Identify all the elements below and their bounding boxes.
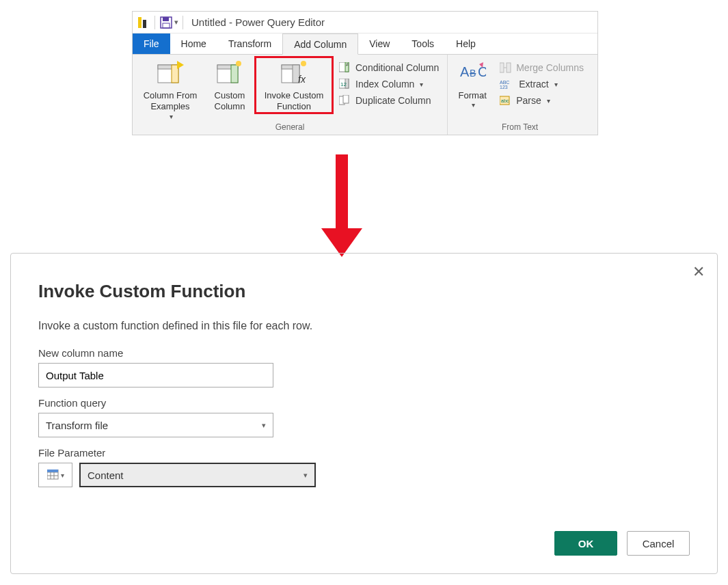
ribbon-window: ▾ Untitled - Power Query Editor File Hom… [132, 11, 598, 135]
quick-access-dropdown-icon[interactable]: ▾ [174, 18, 178, 27]
chevron-down-icon: ▾ [262, 421, 266, 430]
tab-transform[interactable]: Transform [217, 33, 282, 54]
duplicate-column-icon [339, 95, 351, 106]
svg-marker-8 [177, 61, 184, 69]
select-value: Content [87, 470, 124, 481]
svg-point-17 [301, 61, 306, 66]
ribbon-tabs: File Home Transform Add Column View Tool… [133, 33, 597, 54]
svg-text:abc: abc [501, 98, 509, 103]
tab-add-column[interactable]: Add Column [282, 33, 358, 55]
chevron-down-icon: ▾ [554, 81, 558, 88]
svg-point-12 [236, 61, 241, 66]
dialog-description: Invoke a custom function defined in this… [38, 320, 690, 332]
tab-tools[interactable]: Tools [401, 33, 445, 54]
invoke-custom-function-dialog: ✕ Invoke Custom Function Invoke a custom… [10, 253, 718, 574]
window-title: Untitled - Power Query Editor [187, 16, 325, 28]
chevron-down-icon: ▾ [170, 113, 173, 122]
button-label: Column From Examples [144, 90, 198, 113]
function-query-select[interactable]: Transform file ▾ [38, 413, 273, 437]
column-from-examples-button[interactable]: Column From Examples ▾ [137, 57, 204, 121]
cancel-button[interactable]: Cancel [627, 531, 690, 556]
separator [154, 16, 155, 29]
invoke-custom-function-icon: fx [280, 60, 308, 86]
column-from-examples-icon [157, 60, 184, 86]
group-caption: From Text [452, 121, 588, 133]
svg-text:12: 12 [340, 81, 347, 87]
extract-button[interactable]: ABC123 Extract ▾ [496, 77, 588, 92]
chevron-down-icon: ▾ [61, 472, 64, 479]
close-icon[interactable]: ✕ [692, 263, 705, 281]
svg-text:123: 123 [500, 85, 508, 90]
group-caption: General [137, 121, 443, 133]
svg-text:A: A [460, 64, 470, 79]
button-label: Invoke Custom Function [265, 90, 324, 113]
extract-icon: ABC123 [500, 79, 515, 90]
svg-rect-29 [500, 63, 504, 72]
file-parameter-select[interactable]: Content ▾ [79, 463, 316, 487]
button-label: Duplicate Column [355, 95, 431, 106]
annotation-arrow [328, 154, 355, 257]
svg-rect-40 [47, 470, 58, 472]
format-button[interactable]: A B C Format ▾ [452, 57, 493, 110]
button-label: Index Column [355, 79, 414, 90]
svg-rect-25 [343, 95, 349, 103]
parameter-type-button[interactable]: ▾ [38, 463, 72, 487]
invoke-custom-function-button[interactable]: fx Invoke Custom Function [256, 57, 332, 113]
button-label: Custom Column [215, 90, 245, 113]
chevron-down-icon: ▾ [472, 101, 475, 110]
button-label: Extract [519, 79, 549, 90]
custom-column-button[interactable]: Custom Column [206, 57, 253, 113]
chevron-down-icon: ▾ [547, 97, 550, 105]
new-column-name-label: New column name [38, 347, 690, 359]
save-icon[interactable] [159, 16, 173, 29]
dialog-title: Invoke Custom Function [38, 281, 690, 302]
button-label: Parse [516, 95, 541, 106]
tab-view[interactable]: View [358, 33, 401, 54]
svg-rect-3 [163, 17, 169, 21]
index-column-button[interactable]: 12 Index Column ▾ [335, 77, 443, 92]
file-parameter-label: File Parameter [38, 447, 690, 459]
format-icon: A B C [459, 60, 486, 86]
chevron-down-icon: ▾ [420, 81, 423, 88]
select-value: Transform file [46, 420, 108, 431]
svg-text:B: B [470, 68, 476, 79]
conditional-column-button[interactable]: ≠ Conditional Column [335, 60, 443, 75]
merge-columns-button: Merge Columns [496, 60, 588, 75]
button-label: Format [459, 90, 487, 101]
ribbon-group-from-text: A B C Format ▾ [448, 55, 592, 135]
index-column-icon: 12 [339, 79, 351, 90]
button-label: Conditional Column [355, 62, 439, 73]
chevron-down-icon: ▾ [304, 471, 308, 480]
table-icon [47, 470, 59, 480]
tab-home[interactable]: Home [170, 33, 217, 54]
svg-text:≠: ≠ [346, 62, 349, 67]
tab-help[interactable]: Help [445, 33, 487, 54]
svg-rect-30 [507, 63, 511, 72]
svg-rect-4 [163, 23, 170, 28]
parse-button[interactable]: abc Parse ▾ [496, 93, 588, 108]
parse-icon: abc [500, 95, 512, 106]
custom-column-icon [216, 60, 243, 86]
ok-button[interactable]: OK [554, 531, 617, 556]
svg-text:ABC: ABC [500, 80, 509, 85]
app-brand-icon [137, 16, 150, 29]
svg-text:fx: fx [298, 74, 306, 85]
ribbon-group-general: Column From Examples ▾ [133, 55, 448, 135]
conditional-column-icon: ≠ [339, 62, 351, 73]
svg-rect-11 [231, 65, 238, 83]
svg-rect-1 [143, 20, 146, 28]
button-label: Merge Columns [516, 62, 584, 73]
svg-rect-0 [138, 17, 141, 28]
merge-columns-icon [500, 62, 512, 73]
function-query-label: Function query [38, 397, 690, 409]
duplicate-column-button[interactable]: Duplicate Column [335, 93, 443, 108]
new-column-name-input[interactable] [38, 363, 273, 387]
tab-file[interactable]: File [133, 33, 170, 54]
title-bar: ▾ Untitled - Power Query Editor [133, 12, 597, 33]
separator [183, 16, 183, 29]
ribbon-body: Column From Examples ▾ [133, 54, 597, 135]
